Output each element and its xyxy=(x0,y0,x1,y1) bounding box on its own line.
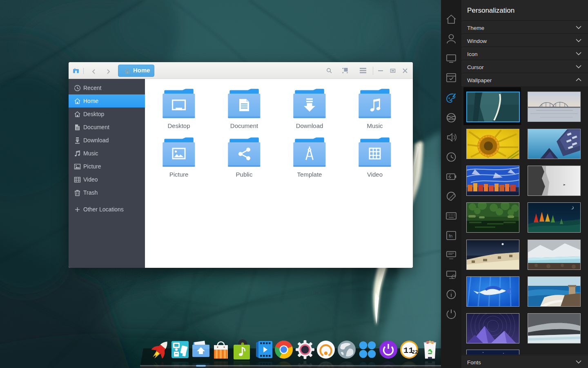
svg-text:fn: fn xyxy=(449,233,452,238)
svg-text:22: 22 xyxy=(412,350,418,355)
